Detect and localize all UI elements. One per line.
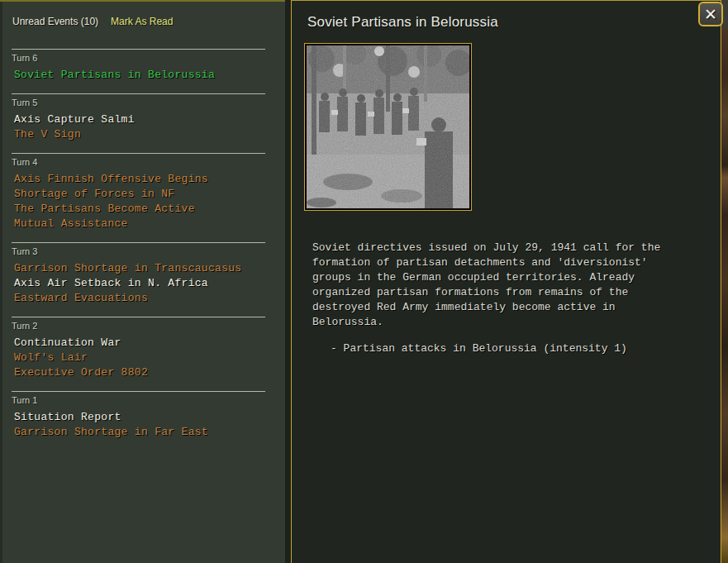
turn-section-6: Turn 6 Soviet Partisans in Belorussia: [12, 49, 265, 93]
events-list-header: Unread Events (10) Mark As Read: [0, 12, 285, 49]
map-background-strip: [721, 0, 728, 563]
event-item[interactable]: Continuation War: [14, 336, 265, 351]
close-button[interactable]: ✕: [698, 2, 723, 26]
unread-events-count: Unread Events (10): [12, 16, 98, 27]
event-detail-panel: Soviet Partisans in Belorussia: [291, 0, 721, 563]
event-item[interactable]: Soviet Partisans in Belorussia: [14, 68, 265, 83]
event-item[interactable]: Axis Finnish Offensive Begins: [14, 172, 265, 187]
turn-label: Turn 2: [12, 321, 265, 332]
turn-label: Turn 3: [12, 246, 265, 257]
event-item[interactable]: Executive Order 8802: [14, 365, 265, 380]
turn-section-4: Turn 4 Axis Finnish Offensive Begins Sho…: [12, 153, 265, 242]
turn-label: Turn 1: [12, 395, 265, 406]
event-item[interactable]: The V Sign: [14, 127, 265, 142]
event-description: Soviet directives issued on July 29, 194…: [312, 241, 692, 330]
event-item[interactable]: Shortage of Forces in NF: [14, 187, 265, 202]
soviet-partisans-photo: [304, 43, 472, 211]
events-list-panel: Unread Events (10) Mark As Read Turn 6 S…: [0, 0, 285, 563]
event-item[interactable]: Mutual Assistance: [14, 217, 265, 231]
event-detail-title: Soviet Partisans in Belorussia: [307, 14, 498, 31]
event-item[interactable]: Axis Air Setback in N. Africa: [14, 276, 265, 291]
panel-divider: [285, 0, 291, 563]
event-item[interactable]: Eastward Evacuations: [14, 291, 265, 306]
turn-section-2: Turn 2 Continuation War Wolf's Lair Exec…: [12, 317, 265, 391]
event-item[interactable]: Garrison Shortage in Transcaucasus: [14, 261, 265, 276]
turn-section-3: Turn 3 Garrison Shortage in Transcaucasu…: [12, 242, 265, 317]
turn-label: Turn 6: [12, 53, 265, 64]
mark-as-read-button[interactable]: Mark As Read: [111, 16, 173, 27]
partisans-photo-illustration: [307, 45, 469, 208]
event-effect-line: - Partisan attacks in Belorussia (intens…: [331, 341, 627, 356]
turn-section-5: Turn 5 Axis Capture Salmi The V Sign: [12, 93, 265, 153]
event-item[interactable]: Wolf's Lair: [14, 351, 265, 365]
event-item[interactable]: Axis Capture Salmi: [14, 112, 265, 127]
event-item[interactable]: Situation Report: [14, 410, 265, 425]
turn-section-1: Turn 1 Situation Report Garrison Shortag…: [12, 391, 265, 451]
turn-label: Turn 5: [12, 98, 265, 108]
turn-label: Turn 4: [12, 157, 265, 168]
event-item[interactable]: The Partisans Become Active: [14, 202, 265, 217]
close-icon: ✕: [704, 7, 717, 22]
event-item[interactable]: Garrison Shortage in Far East: [14, 425, 265, 440]
